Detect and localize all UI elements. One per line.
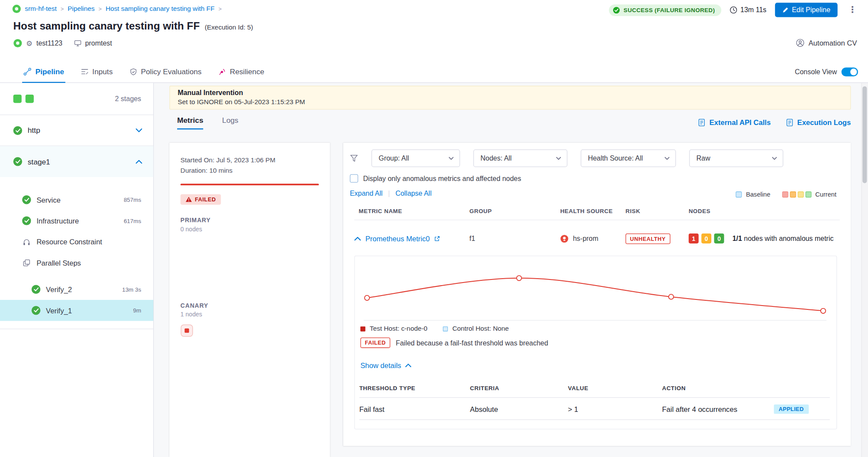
- metric-name-link[interactable]: Prometheus Metric0: [365, 234, 429, 243]
- current-swatches: [782, 191, 812, 197]
- chevron-down-icon: [556, 157, 561, 160]
- test-host-swatch: [360, 326, 365, 331]
- current-swatch-green: [805, 191, 811, 197]
- stage-label: stage1: [28, 158, 50, 166]
- banner-title: Manual Intervention: [178, 89, 842, 97]
- step-label: Service: [36, 196, 60, 204]
- shield-check-icon: [129, 68, 137, 76]
- step-label: Verify_2: [46, 285, 72, 293]
- resource-constraint-icon: [22, 238, 31, 246]
- group-filter-dropdown[interactable]: Group: All: [371, 149, 460, 167]
- details-table-row: Fail fast Absolute > 1 Fail after 4 occu…: [359, 399, 830, 420]
- edit-pipeline-label: Edit Pipeline: [792, 6, 831, 14]
- show-details-label: Show details: [360, 361, 401, 369]
- service-module-icon: [13, 39, 22, 47]
- expand-all-link[interactable]: Expand All: [350, 190, 383, 197]
- tab-resilience-label: Resilience: [230, 68, 264, 76]
- verification-result-row: FAILED Failed because a fail-fast thresh…: [360, 338, 548, 348]
- control-host-swatch: [443, 326, 448, 331]
- anomalous-only-checkbox[interactable]: [350, 174, 358, 183]
- control-host-label: Control Host: None: [452, 325, 509, 332]
- view-mode-dropdown[interactable]: Raw: [689, 149, 783, 167]
- baseline-swatch: [736, 191, 742, 197]
- success-check-icon: [22, 195, 31, 204]
- header-actions: SUCCESS (FAILURE IGNORED) 13m 11s Edit P…: [609, 3, 859, 17]
- tab-logs[interactable]: Logs: [222, 116, 238, 130]
- execution-id: (Execution Id: 5): [205, 23, 253, 31]
- pencil-icon: [782, 7, 789, 13]
- collapse-metric-chevron-icon[interactable]: [354, 237, 361, 240]
- canary-node-icon[interactable]: [181, 324, 319, 337]
- execution-logs-link[interactable]: Execution Logs: [786, 118, 851, 127]
- manual-intervention-banner: Manual Intervention Set to IGNORE on 05-…: [169, 86, 851, 110]
- tab-resilience[interactable]: Resilience: [217, 61, 265, 82]
- breadcrumb-pipeline-link[interactable]: Host sampling canary testing with FF: [106, 5, 215, 13]
- filter-row: Group: All Nodes: All Health Source: All…: [350, 149, 783, 167]
- main-tabs: Pipeline Inputs Policy Evaluations Resil…: [0, 61, 868, 83]
- console-view-label: Console View: [795, 68, 837, 76]
- step-verify-1[interactable]: Verify_1 9m: [0, 300, 153, 321]
- artifact-name: promtest: [85, 39, 112, 47]
- verification-status-badge: FAILED: [181, 194, 221, 204]
- current-legend-label: Current: [815, 191, 836, 197]
- page-title: Host sampling canary testing with FF: [13, 20, 200, 32]
- chart-legend: Test Host: c-node-0 Control Host: None: [360, 325, 509, 332]
- service-meta-row: ⚙ test1123 promtest: [13, 39, 112, 47]
- sidebar-stage-http[interactable]: http: [0, 115, 153, 146]
- breadcrumb-pipelines-link[interactable]: Pipelines: [68, 5, 95, 13]
- baseline-legend-label: Baseline: [746, 191, 770, 197]
- anomalous-only-label: Display only anomalous metrics and affec…: [363, 174, 521, 182]
- pipeline-icon: [23, 68, 32, 76]
- tab-policy-evaluations[interactable]: Policy Evaluations: [128, 61, 203, 82]
- step-parallel-steps[interactable]: Parallel Steps: [0, 252, 153, 273]
- step-label: Parallel Steps: [36, 259, 81, 267]
- check-circle-icon: [613, 7, 620, 14]
- metrics-table-header: METRIC NAME GROUP HEALTH SOURCE RISK NOD…: [354, 207, 840, 220]
- col-group: GROUP: [469, 207, 560, 214]
- scrollbar-thumb[interactable]: [862, 86, 867, 183]
- status-badge: SUCCESS (FAILURE IGNORED): [609, 4, 722, 16]
- more-options-menu[interactable]: ⋮: [846, 6, 859, 14]
- external-api-calls-link[interactable]: External API Calls: [698, 118, 771, 127]
- step-duration: 617ms: [124, 217, 141, 224]
- prometheus-health-source-icon: [560, 234, 568, 243]
- step-service[interactable]: Service 857ms: [0, 189, 153, 210]
- step-resource-constraint[interactable]: Resource Constraint: [0, 231, 153, 252]
- filter-funnel-icon[interactable]: [350, 155, 358, 162]
- metrics-panel: Group: All Nodes: All Health Source: All…: [343, 143, 851, 446]
- user-name: Automation CV: [809, 39, 857, 47]
- breadcrumb-project-link[interactable]: srm-hf-test: [25, 5, 56, 13]
- chevron-down-icon: [135, 128, 142, 132]
- link-separator: |: [388, 190, 390, 197]
- show-details-link[interactable]: Show details: [360, 361, 411, 369]
- sidebar-stage-stage1[interactable]: stage1: [0, 146, 153, 177]
- external-link-icon[interactable]: [434, 235, 440, 241]
- inputs-icon: [81, 68, 89, 76]
- elapsed-time-label: 13m 11s: [740, 6, 766, 14]
- collapse-all-link[interactable]: Collapse All: [396, 190, 432, 197]
- health-source-filter-value: Health Source: All: [588, 155, 643, 162]
- tab-inputs[interactable]: Inputs: [79, 61, 114, 82]
- breadcrumb-separator: >: [218, 6, 221, 12]
- success-check-icon: [13, 157, 22, 166]
- col-value: VALUE: [568, 385, 662, 391]
- chart-color-legend: Baseline Current: [736, 191, 837, 197]
- canary-node-count: 1 nodes: [181, 311, 319, 317]
- console-view-control: Console View: [795, 61, 868, 82]
- step-verify-2[interactable]: Verify_2 13m 3s: [0, 279, 153, 300]
- test-host-label: Test Host: c-node-0: [370, 325, 428, 332]
- step-infrastructure[interactable]: Infrastructure 617ms: [0, 210, 153, 231]
- tab-metrics[interactable]: Metrics: [177, 116, 203, 130]
- edit-pipeline-button[interactable]: Edit Pipeline: [775, 3, 838, 17]
- warning-node-count-chip: 0: [701, 233, 711, 243]
- stage-label: http: [28, 126, 40, 135]
- app-window: srm-hf-test > Pipelines > Host sampling …: [0, 0, 868, 457]
- health-source-filter-dropdown[interactable]: Health Source: All: [581, 149, 676, 167]
- console-view-toggle[interactable]: [842, 67, 858, 76]
- breadcrumb-separator: >: [60, 6, 63, 12]
- nodes-filter-dropdown[interactable]: Nodes: All: [473, 149, 568, 167]
- clock-icon: [730, 6, 738, 14]
- tab-pipeline[interactable]: Pipeline: [22, 61, 65, 82]
- threshold-type-value: Fail fast: [359, 405, 470, 413]
- success-check-icon: [22, 216, 31, 225]
